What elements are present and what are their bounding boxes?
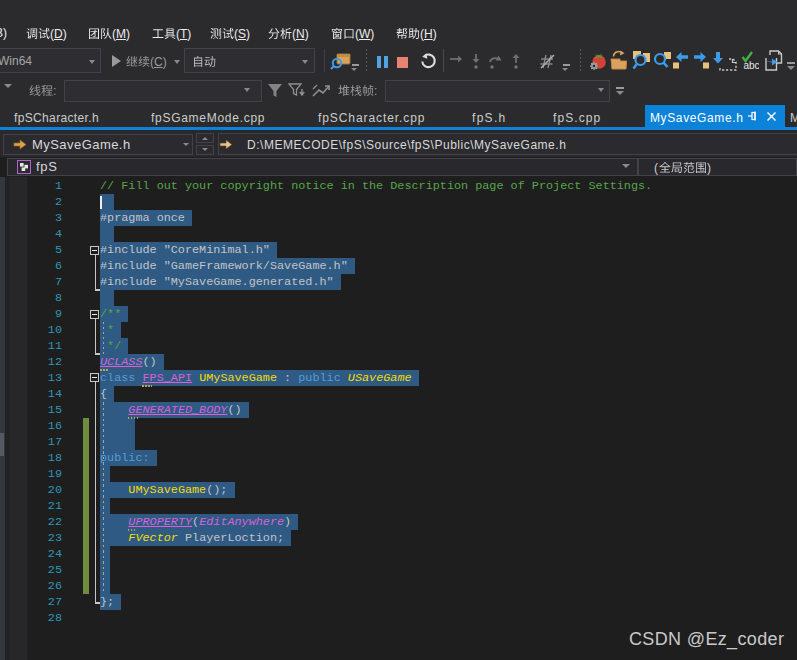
svg-text:abc: abc [744, 60, 760, 71]
